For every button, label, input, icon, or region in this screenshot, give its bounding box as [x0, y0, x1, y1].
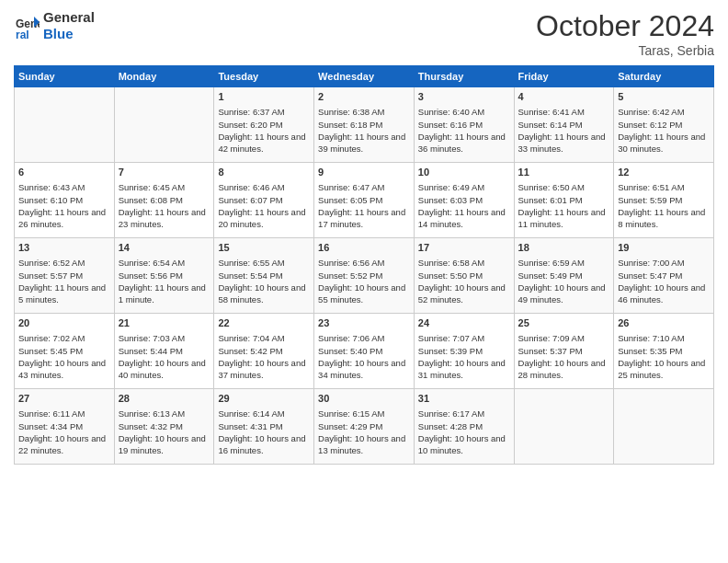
calendar-cell: 26Sunrise: 7:10 AMSunset: 5:35 PMDayligh… — [614, 314, 714, 389]
calendar-cell — [114, 87, 214, 163]
day-header-wednesday: Wednesday — [314, 66, 415, 87]
daylight-text: Daylight: 11 hours and 8 minutes. — [618, 206, 710, 231]
calendar-cell: 19Sunrise: 7:00 AMSunset: 5:47 PMDayligh… — [614, 238, 714, 314]
day-number: 23 — [318, 316, 410, 330]
sunset-text: Sunset: 5:39 PM — [418, 345, 510, 357]
sunset-text: Sunset: 5:44 PM — [119, 345, 210, 357]
calendar-cell: 28Sunrise: 6:13 AMSunset: 4:32 PMDayligh… — [114, 389, 214, 465]
daylight-text: Daylight: 11 hours and 14 minutes. — [418, 206, 510, 231]
calendar-cell: 5Sunrise: 6:42 AMSunset: 6:12 PMDaylight… — [614, 87, 714, 163]
day-number: 29 — [218, 392, 310, 406]
sunrise-text: Sunrise: 7:09 AM — [518, 332, 610, 344]
sunset-text: Sunset: 6:01 PM — [518, 194, 610, 206]
day-number: 4 — [518, 90, 610, 104]
daylight-text: Daylight: 10 hours and 13 minutes. — [318, 432, 410, 457]
daylight-text: Daylight: 11 hours and 17 minutes. — [318, 206, 410, 231]
calendar-cell — [514, 389, 614, 465]
sunrise-text: Sunrise: 6:38 AM — [318, 106, 410, 118]
sunrise-text: Sunrise: 6:45 AM — [119, 181, 210, 193]
calendar-cell: 29Sunrise: 6:14 AMSunset: 4:31 PMDayligh… — [214, 389, 314, 465]
calendar-header-row: SundayMondayTuesdayWednesdayThursdayFrid… — [15, 66, 714, 87]
day-number: 25 — [518, 316, 610, 330]
day-number: 7 — [119, 166, 210, 179]
sunset-text: Sunset: 4:28 PM — [418, 420, 510, 432]
calendar-cell: 27Sunrise: 6:11 AMSunset: 4:34 PMDayligh… — [15, 389, 115, 465]
calendar-cell: 15Sunrise: 6:55 AMSunset: 5:54 PMDayligh… — [214, 238, 314, 314]
day-number: 24 — [418, 316, 510, 330]
calendar-cell: 25Sunrise: 7:09 AMSunset: 5:37 PMDayligh… — [514, 314, 614, 389]
calendar-cell: 16Sunrise: 6:56 AMSunset: 5:52 PMDayligh… — [314, 238, 415, 314]
sunrise-text: Sunrise: 6:51 AM — [618, 181, 710, 193]
daylight-text: Daylight: 10 hours and 19 minutes. — [119, 432, 210, 457]
day-header-monday: Monday — [114, 66, 214, 87]
sunset-text: Sunset: 6:07 PM — [218, 194, 310, 206]
calendar-cell: 10Sunrise: 6:49 AMSunset: 6:03 PMDayligh… — [414, 163, 514, 238]
day-header-thursday: Thursday — [414, 66, 514, 87]
day-number: 30 — [318, 392, 410, 406]
daylight-text: Daylight: 10 hours and 10 minutes. — [418, 432, 510, 457]
sunset-text: Sunset: 6:12 PM — [618, 119, 710, 131]
day-number: 1 — [218, 90, 310, 104]
calendar-cell: 2Sunrise: 6:38 AMSunset: 6:18 PMDaylight… — [314, 87, 415, 163]
day-number: 22 — [218, 316, 310, 330]
daylight-text: Daylight: 11 hours and 11 minutes. — [518, 206, 610, 231]
sunrise-text: Sunrise: 6:54 AM — [119, 257, 210, 269]
daylight-text: Daylight: 11 hours and 42 minutes. — [218, 131, 310, 155]
day-number: 6 — [18, 166, 110, 179]
sunrise-text: Sunrise: 6:13 AM — [119, 408, 210, 419]
calendar-week-row: 6Sunrise: 6:43 AMSunset: 6:10 PMDaylight… — [15, 163, 714, 238]
sunrise-text: Sunrise: 6:11 AM — [18, 408, 110, 419]
day-number: 14 — [119, 241, 210, 255]
sunset-text: Sunset: 6:20 PM — [218, 119, 310, 131]
daylight-text: Daylight: 11 hours and 23 minutes. — [119, 206, 210, 231]
sunset-text: Sunset: 5:59 PM — [618, 194, 710, 206]
month-title: October 2024 — [536, 9, 714, 43]
calendar-cell: 18Sunrise: 6:59 AMSunset: 5:49 PMDayligh… — [514, 238, 614, 314]
daylight-text: Daylight: 11 hours and 33 minutes. — [518, 131, 610, 155]
day-number: 5 — [618, 90, 710, 104]
calendar-cell: 24Sunrise: 7:07 AMSunset: 5:39 PMDayligh… — [414, 314, 514, 389]
daylight-text: Daylight: 10 hours and 34 minutes. — [318, 357, 410, 382]
sunset-text: Sunset: 5:56 PM — [119, 270, 210, 282]
calendar-cell: 31Sunrise: 6:17 AMSunset: 4:28 PMDayligh… — [414, 389, 514, 465]
sunrise-text: Sunrise: 6:59 AM — [518, 257, 610, 269]
calendar-cell: 8Sunrise: 6:46 AMSunset: 6:07 PMDaylight… — [214, 163, 314, 238]
calendar-cell: 1Sunrise: 6:37 AMSunset: 6:20 PMDaylight… — [214, 87, 314, 163]
daylight-text: Daylight: 10 hours and 25 minutes. — [618, 357, 710, 382]
calendar-cell: 4Sunrise: 6:41 AMSunset: 6:14 PMDaylight… — [514, 87, 614, 163]
day-number: 9 — [318, 166, 410, 179]
calendar-week-row: 27Sunrise: 6:11 AMSunset: 4:34 PMDayligh… — [15, 389, 714, 465]
sunset-text: Sunset: 4:32 PM — [119, 420, 210, 432]
sunset-text: Sunset: 6:08 PM — [119, 194, 210, 206]
sunset-text: Sunset: 6:14 PM — [518, 119, 610, 131]
daylight-text: Daylight: 10 hours and 49 minutes. — [518, 282, 610, 306]
sunrise-text: Sunrise: 6:56 AM — [318, 257, 410, 269]
logo-icon: Gene ral — [14, 13, 40, 39]
day-number: 2 — [318, 90, 410, 104]
calendar-cell: 14Sunrise: 6:54 AMSunset: 5:56 PMDayligh… — [114, 238, 214, 314]
day-header-tuesday: Tuesday — [214, 66, 314, 87]
sunset-text: Sunset: 6:16 PM — [418, 119, 510, 131]
sunrise-text: Sunrise: 6:14 AM — [218, 408, 310, 419]
sunset-text: Sunset: 5:52 PM — [318, 270, 410, 282]
calendar-table: SundayMondayTuesdayWednesdayThursdayFrid… — [14, 65, 714, 465]
sunrise-text: Sunrise: 6:42 AM — [618, 106, 710, 118]
sunrise-text: Sunrise: 6:41 AM — [518, 106, 610, 118]
calendar-cell: 6Sunrise: 6:43 AMSunset: 6:10 PMDaylight… — [15, 163, 115, 238]
sunrise-text: Sunrise: 6:52 AM — [18, 257, 110, 269]
day-number: 15 — [218, 241, 310, 255]
sunrise-text: Sunrise: 6:43 AM — [18, 181, 110, 193]
daylight-text: Daylight: 10 hours and 46 minutes. — [618, 282, 710, 306]
sunrise-text: Sunrise: 7:02 AM — [18, 332, 110, 344]
day-header-sunday: Sunday — [15, 66, 115, 87]
calendar-cell — [15, 87, 115, 163]
sunrise-text: Sunrise: 6:17 AM — [418, 408, 510, 419]
day-number: 27 — [18, 392, 110, 406]
daylight-text: Daylight: 11 hours and 20 minutes. — [218, 206, 310, 231]
daylight-text: Daylight: 10 hours and 55 minutes. — [318, 282, 410, 306]
sunset-text: Sunset: 6:10 PM — [18, 194, 110, 206]
calendar-cell — [614, 389, 714, 465]
sunrise-text: Sunrise: 6:50 AM — [518, 181, 610, 193]
sunrise-text: Sunrise: 6:55 AM — [218, 257, 310, 269]
sunrise-text: Sunrise: 7:03 AM — [119, 332, 210, 344]
